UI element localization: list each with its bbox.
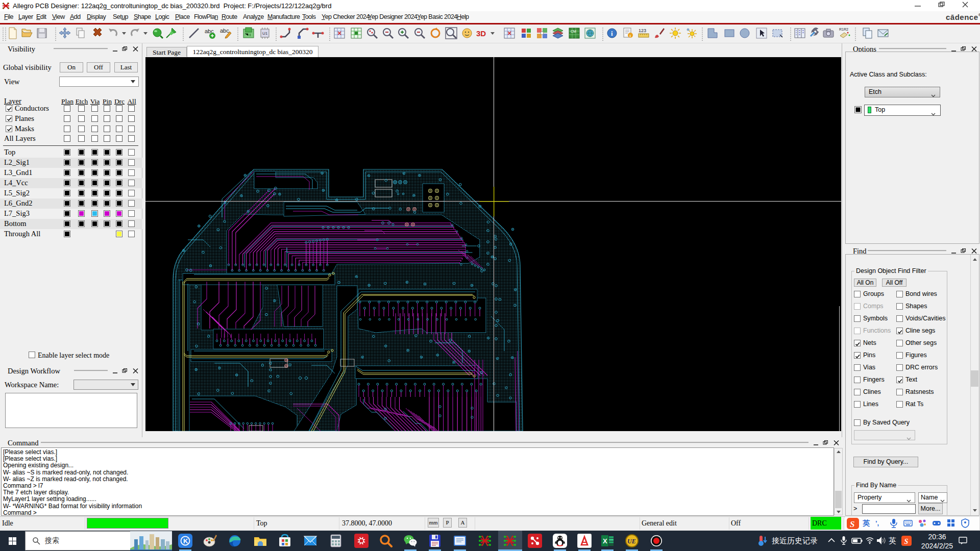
- svg-text:X: X: [603, 537, 607, 545]
- svg-text:S: S: [904, 538, 909, 545]
- svg-text:123: 123: [639, 28, 646, 33]
- svg-text:K: K: [183, 537, 188, 545]
- svg-text:i: i: [611, 30, 613, 37]
- svg-text:S: S: [850, 519, 854, 529]
- svg-text:R1R2: R1R2: [839, 28, 848, 31]
- svg-text:UE: UE: [627, 538, 636, 545]
- svg-text:3D: 3D: [476, 29, 486, 38]
- svg-text:abc: abc: [220, 28, 229, 34]
- svg-text:i: i: [630, 34, 631, 38]
- svg-text:U1: U1: [262, 31, 268, 36]
- svg-text:CM: CM: [571, 30, 576, 33]
- svg-text:’,: ’,: [875, 519, 879, 527]
